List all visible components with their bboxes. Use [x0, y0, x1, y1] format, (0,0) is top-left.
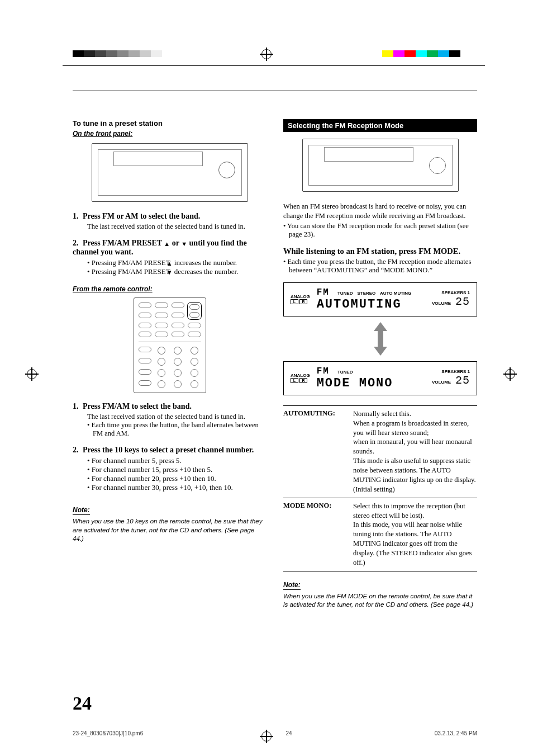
fm-action-heading: While listening to an FM station, press …: [283, 247, 477, 256]
remote-control-label: From the remote control:: [73, 285, 266, 293]
step-2-bullet-1: • Pressing FM/AM PRESET ▲ increases the …: [73, 258, 266, 267]
footer-timestamp: 03.2.13, 2:45 PM: [435, 730, 477, 736]
ch-example-2: • For channel number 15, press +10 then …: [73, 465, 266, 474]
fm-mode-heading: Selecting the FM Reception Mode: [283, 119, 477, 132]
right-note-heading: Note:: [283, 581, 301, 590]
automuting-key: AUTOMUTING:: [283, 409, 348, 494]
tune-preset-heading: To tune in a preset station: [73, 119, 266, 127]
page-content: To tune in a preset station On the front…: [73, 91, 477, 683]
footer-file: 23-24_8030&7030[J]10.pm6: [73, 730, 143, 736]
lcd-automuting: ANALOG LR FM TUNED STEREO AUTO MUTING AU…: [283, 282, 477, 316]
remote-step-1-title: 1.Press FM/AM to select the band.: [73, 402, 266, 411]
modemono-key: MODE MONO:: [283, 502, 348, 568]
modemono-desc: Select this to improve the reception (bu…: [353, 502, 477, 568]
step-2-title: 2.Press FM/AM PRESET ▲ or ▼ until you fi…: [73, 239, 266, 257]
step-1-title: 1.Press FM or AM to select the band.: [73, 212, 266, 221]
right-column: Selecting the FM Reception Mode When an …: [283, 119, 477, 609]
step-1-desc: The last received station of the selecte…: [73, 223, 266, 231]
ch-example-4: • For channel number 30, press +10, +10,…: [73, 483, 266, 492]
toggle-arrow-icon: [373, 322, 388, 356]
ch-example-3: • For channel number 20, press +10 then …: [73, 474, 266, 483]
left-note-body: When you use the 10 keys on the remote c…: [73, 517, 266, 544]
footer-page: 24: [285, 730, 292, 736]
ch-example-1: • For channel number 5, press 5.: [73, 456, 266, 465]
front-panel-label: On the front panel:: [73, 130, 266, 138]
right-note-body: When you use the FM MODE on the remote c…: [283, 592, 477, 609]
up-triangle-icon: ▲: [164, 240, 170, 247]
lcd-mode-mono: ANALOG LR FM TUNED MODE MONO SPEAKERS 1 …: [283, 361, 477, 395]
mode-table: AUTOMUTING: Normally select this. When a…: [283, 405, 477, 571]
fm-am-button-highlight: [188, 303, 201, 319]
page-number: 24: [73, 693, 92, 714]
footer: 23-24_8030&7030[J]10.pm6 24 03.2.13, 2:4…: [73, 730, 477, 736]
remote-step-1-bullet: • Each time you press the button, the ba…: [73, 421, 266, 438]
remote-step-2-title: 2.Press the 10 keys to select a preset c…: [73, 446, 266, 455]
receiver-front-illustration: [92, 143, 248, 202]
step-2-bullet-2: • Pressing FM/AM PRESET ▼ decreases the …: [73, 267, 266, 276]
receiver-front-illustration-2: [302, 139, 459, 192]
remote-step-1-desc: The last received station of the selecte…: [73, 413, 266, 421]
left-column: To tune in a preset station On the front…: [73, 119, 266, 609]
remote-control-illustration: [134, 297, 206, 393]
fm-intro-2: • You can store the FM reception mode fo…: [283, 222, 477, 239]
automuting-desc: Normally select this. When a program is …: [353, 409, 477, 494]
down-triangle-icon: ▼: [181, 240, 187, 247]
fm-intro-1: When an FM stereo broadcast is hard to r…: [283, 202, 477, 221]
left-note-heading: Note:: [73, 506, 90, 515]
fm-action-desc: • Each time you press the button, the FM…: [283, 258, 477, 275]
